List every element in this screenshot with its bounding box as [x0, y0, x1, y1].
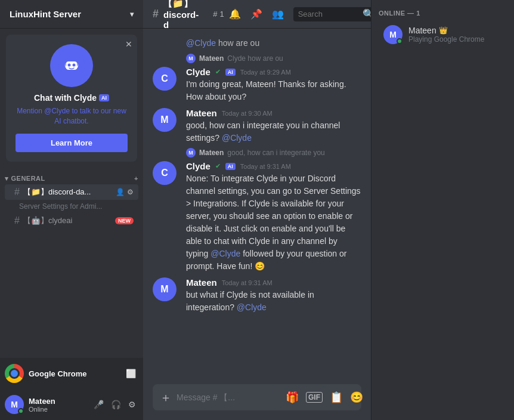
table-row: C Clyde ✔ AI Today at 9:31 AM None: To i…	[143, 159, 371, 275]
member-info: Mateen 👑 Playing Google Chrome	[408, 26, 484, 44]
member-name: Mateen 👑	[408, 26, 484, 35]
channel-list: ▾ General + # 【📁】discord-da... 👤 ⚙ Serve…	[0, 168, 143, 358]
reply-avatar: M	[186, 54, 196, 63]
topbar: # 【📁】discord-d # 1 🔔 📌 👥 🔍 ⬇ 📥 ?	[143, 0, 371, 29]
message-header: Clyde ✔ AI Today at 9:31 AM	[186, 161, 361, 171]
main-area: # 【📁】discord-d # 1 🔔 📌 👥 🔍 ⬇ 📥 ? @Clyde …	[143, 0, 371, 420]
settings-icon[interactable]: ⚙	[127, 188, 134, 196]
message-time: Today at 9:31 AM	[240, 163, 291, 170]
search-icon: 🔍	[363, 8, 371, 20]
clyde-avatar	[50, 44, 93, 87]
reply-indicator-2: M Mateen good, how can i integerate you	[143, 147, 371, 159]
avatar-col: M	[153, 277, 177, 314]
message-input[interactable]	[177, 387, 281, 408]
new-badge: NEW	[115, 217, 134, 224]
reply-indicator-1: M Mateen Clyde how are ou	[143, 52, 371, 64]
gift-icon[interactable]: 🎁	[286, 391, 299, 404]
message-text: but what if Clyde is not available in in…	[186, 289, 361, 314]
search-box[interactable]: 🔍	[293, 7, 371, 21]
clyde-popup: ✕ Chat with Clyde AI Mention @Clyde to t…	[6, 35, 137, 162]
channel-item-clydeai[interactable]: # 【🤖】clydeai NEW	[5, 213, 138, 228]
emoji-icon[interactable]: 😊	[350, 391, 363, 404]
mention: @Clyde	[222, 133, 252, 143]
message-header: Mateen Today at 9:31 AM	[186, 277, 361, 288]
learn-more-button[interactable]: Learn More	[16, 134, 128, 152]
avatar-col: C	[153, 67, 177, 103]
table-row: M Mateen Today at 9:30 AM good, how can …	[143, 106, 371, 147]
topbar-icons: 🔔 📌 👥 🔍 ⬇ 📥 ?	[229, 7, 371, 21]
channel-name: 【📁】discord-da...	[23, 187, 112, 197]
user-area: Google Chrome ⬜	[0, 358, 143, 389]
message-author: Mateen	[186, 108, 217, 118]
channel-icons: 👤 ⚙	[116, 188, 134, 196]
online-header: ONLINE — 1	[379, 10, 507, 17]
topbar-followers: # 1	[213, 10, 224, 18]
clyde-logo-icon	[58, 52, 85, 79]
gif-icon[interactable]: GIF	[306, 392, 323, 403]
message-content: Clyde ✔ AI Today at 9:31 AM None: To int…	[186, 161, 361, 273]
svg-point-2	[68, 64, 71, 67]
user-info: Mateen Online	[29, 397, 86, 413]
top-mention: @Clyde how are ou	[143, 38, 371, 52]
mic-icon[interactable]: 🎤	[91, 397, 106, 412]
channel-name: 【🤖】clydeai	[23, 215, 112, 226]
popout-icon[interactable]: ⬜	[123, 366, 138, 381]
add-member-icon[interactable]: 👤	[116, 188, 125, 196]
message-time: Today at 9:30 AM	[222, 110, 273, 117]
reply-text: good, how can i integerate you	[227, 149, 324, 157]
online-dot	[397, 38, 402, 44]
avatar: M	[153, 108, 177, 132]
mention: @Clyde	[210, 249, 240, 258]
message-text: good, how can i integerate you in channe…	[186, 119, 361, 144]
avatar-col: M	[153, 108, 177, 144]
message-input-box: ＋ 🎁 GIF 📋 😊	[153, 384, 361, 410]
bell-icon[interactable]: 🔔	[229, 8, 241, 20]
category-label: General	[11, 175, 135, 182]
server-header[interactable]: LinuxHint Server ▾	[0, 0, 143, 29]
pin-icon[interactable]: 📌	[250, 8, 262, 20]
channel-item-server-settings[interactable]: Server Settings for Admi...	[0, 200, 143, 212]
reply-avatar: M	[186, 148, 196, 158]
avatar-col: C	[153, 161, 177, 273]
members-icon[interactable]: 👥	[272, 8, 284, 20]
ai-badge: AI	[99, 94, 109, 101]
user-area-mateen: M Mateen Online 🎤 🎧 ⚙	[0, 389, 143, 420]
username: Mateen	[29, 397, 86, 406]
reply-author: Mateen	[199, 149, 224, 157]
avatar: C	[153, 67, 177, 91]
avatar: C	[153, 161, 177, 185]
settings-icon[interactable]: ⚙	[126, 397, 138, 412]
chrome-app-name: Google Chrome	[29, 369, 119, 378]
list-item[interactable]: M Mateen 👑 Playing Google Chrome	[379, 21, 507, 48]
input-icons: 🎁 GIF 📋 😊	[286, 391, 363, 404]
avatar: M	[153, 277, 177, 301]
attach-icon[interactable]: ＋	[160, 390, 172, 406]
clyde-popup-title: Chat with Clyde AI	[34, 93, 109, 103]
topbar-channel-name: 【📁】discord-d	[163, 0, 199, 30]
online-indicator	[18, 408, 24, 414]
close-icon[interactable]: ✕	[125, 39, 132, 49]
sticker-icon[interactable]: 📋	[330, 391, 343, 404]
message-author: Clyde	[186, 161, 210, 171]
channel-category-general[interactable]: ▾ General +	[0, 172, 143, 184]
reply-author: Mateen	[199, 54, 224, 63]
message-time: Today at 9:29 AM	[240, 69, 291, 76]
verified-icon: ✔	[215, 68, 221, 76]
server-name: LinuxHint Server	[10, 9, 81, 19]
member-status: Playing Google Chrome	[408, 35, 484, 44]
table-row: M Mateen Today at 9:31 AM but what if Cl…	[143, 275, 371, 316]
mention-text: how are ou	[218, 38, 259, 48]
headphone-icon[interactable]: 🎧	[109, 397, 123, 412]
channel-sidebar: LinuxHint Server ▾ ✕ Chat with Clyde AI …	[0, 0, 143, 420]
message-content: Mateen Today at 9:31 AM but what if Clyd…	[186, 277, 361, 314]
svg-point-3	[73, 64, 76, 67]
add-channel-icon[interactable]: +	[134, 175, 138, 182]
followers-hash-icon: #	[213, 10, 217, 18]
message-time: Today at 9:31 AM	[222, 279, 273, 286]
followers-count: 1	[219, 10, 224, 18]
table-row: C Clyde ✔ AI Today at 9:29 AM I'm doing …	[143, 64, 371, 106]
message-text: None: To integrate Clyde in your Discord…	[186, 172, 361, 273]
mention: @Clyde	[237, 302, 267, 312]
search-input[interactable]	[298, 10, 359, 18]
channel-item-discord-da[interactable]: # 【📁】discord-da... 👤 ⚙	[5, 184, 138, 200]
